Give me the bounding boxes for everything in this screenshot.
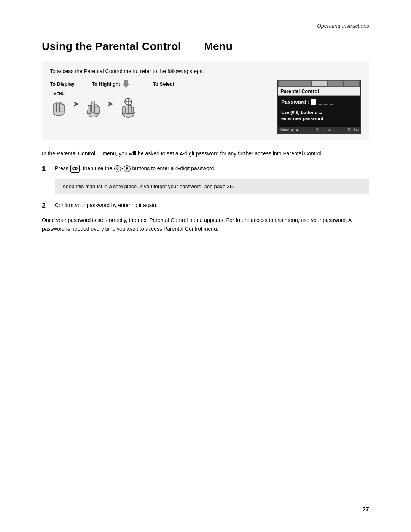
tv-screen: Parental Control Password : _ _ _ Use [0… <box>277 80 361 134</box>
label-to-highlight: To Highlight <box>92 80 153 88</box>
pw-cursor <box>311 99 316 105</box>
tv-tab-4 <box>328 81 343 86</box>
label-to-display: To Display <box>50 81 92 87</box>
pw-dash-2: _ <box>324 99 328 105</box>
body-text-1: In the Parental Control menu, you will b… <box>42 149 369 158</box>
instruction-box: To access the Parental Control menu, ref… <box>42 61 369 140</box>
svg-rect-8 <box>88 105 91 114</box>
intro-text: To access the Parental Control menu, ref… <box>50 68 361 74</box>
tv-tab-2 <box>295 81 311 86</box>
hand-circle-icon <box>118 98 138 118</box>
step-2-text: Confirm your password by entering it aga… <box>55 201 369 209</box>
step-1: 1 Press CD, then use the 0-9 buttons to … <box>42 164 369 174</box>
tv-title-bar: Parental Control <box>278 87 360 96</box>
tv-tab-1 <box>279 81 295 86</box>
hand-press-icon <box>50 97 68 117</box>
tv-top-bar <box>278 80 360 87</box>
svg-rect-3 <box>54 104 56 112</box>
hand-highlight-icon <box>84 90 102 118</box>
diagram-row: To Display To Highlight To Select MENU <box>50 80 361 134</box>
icons-row: MENU ➤ <box>50 90 138 118</box>
highlight-cursor-icon <box>123 80 129 88</box>
hand-menu-icon: MENU <box>50 92 68 117</box>
tv-password-row: Password : _ _ _ <box>281 99 357 105</box>
step-1-number: 1 <box>42 164 49 174</box>
label-to-select: To Select <box>153 81 191 87</box>
tv-end-label: End ⊙ <box>348 128 359 132</box>
page-number: 27 <box>362 506 369 513</box>
tv-hint: Use [0-9] buttons toenter new password <box>281 109 357 121</box>
step-2: 2 Confirm your password by entering it a… <box>42 201 369 211</box>
arrow-icon-1: ➤ <box>73 94 80 114</box>
svg-rect-7 <box>92 101 94 112</box>
cd-button-icon: CD <box>70 165 80 173</box>
tv-select-label: Select ⊕ <box>316 128 331 132</box>
body-text-2: Once your password is set correctly, the… <box>42 216 369 233</box>
diagram-labels: To Display To Highlight To Select <box>50 80 277 88</box>
tv-bottom-bar: Move ◄ ◄ Select ⊕ End ⊙ <box>278 127 360 133</box>
btn-0-icon: 0 <box>114 165 121 172</box>
svg-rect-18 <box>131 107 134 114</box>
tv-tab-3 <box>312 81 327 86</box>
menu-label: MENU <box>53 92 64 96</box>
pw-dash-3: _ <box>330 99 333 105</box>
page-container: Operating Instructions Using the Parenta… <box>0 0 411 532</box>
note-box: Keep this manual in a safe place. If you… <box>55 179 369 194</box>
arrow-icon-2: ➤ <box>107 94 114 114</box>
svg-rect-2 <box>57 102 59 112</box>
svg-rect-16 <box>123 106 125 114</box>
page-title: Using the Parental ControlMenu <box>42 40 369 53</box>
step-2-number: 2 <box>42 201 49 211</box>
svg-rect-15 <box>126 105 129 114</box>
svg-rect-10 <box>97 106 99 114</box>
pw-dash-1: _ <box>319 99 322 105</box>
svg-marker-0 <box>123 80 129 88</box>
tv-content: Password : _ _ _ Use [0-9] buttons toent… <box>278 96 360 127</box>
step-1-text: Press CD, then use the 0-9 buttons to en… <box>55 164 369 173</box>
svg-rect-5 <box>62 104 64 112</box>
tv-tab-5 <box>344 81 359 86</box>
diagram-left: To Display To Highlight To Select MENU <box>50 80 277 118</box>
btn-9-icon: 9 <box>124 165 131 172</box>
tv-move-label: Move ◄ ◄ <box>280 128 299 132</box>
hand-point-icon <box>84 98 102 118</box>
hand-select-icon <box>118 90 138 118</box>
header-operating-instructions: Operating Instructions <box>42 23 369 29</box>
